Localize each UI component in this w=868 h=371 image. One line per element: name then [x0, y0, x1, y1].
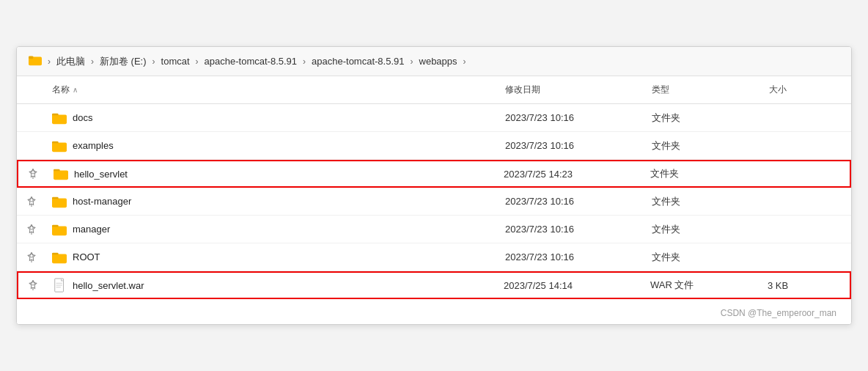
file-name-cell[interactable]: docs	[46, 109, 499, 128]
col-header-date[interactable]: 修改日期	[499, 81, 646, 99]
file-size	[763, 254, 851, 260]
file-name-cell[interactable]: hello_servlet	[48, 164, 498, 183]
file-type: WAR 文件	[644, 276, 762, 295]
table-row[interactable]: hello_servlet.war2023/7/25 14:14WAR 文件3 …	[17, 271, 851, 299]
breadcrumb-folder-icon	[29, 54, 42, 68]
file-name-cell[interactable]: examples	[46, 136, 499, 155]
svg-point-24	[32, 282, 34, 285]
breadcrumb-item-tomcat[interactable]: tomcat	[161, 56, 190, 67]
breadcrumb-item-computer[interactable]: 此电脑	[56, 55, 85, 68]
file-date: 2023/7/23 10:16	[499, 109, 646, 126]
col-name-label: 名称	[52, 84, 70, 96]
breadcrumb-sep-6: ›	[463, 56, 466, 67]
breadcrumb-item-webapps[interactable]: webapps	[419, 56, 457, 67]
watermark: CSDN @The_emperoor_man	[17, 299, 851, 324]
svg-point-20	[30, 253, 33, 257]
breadcrumb-sep-4: ›	[303, 56, 306, 67]
file-type: 文件夹	[644, 164, 762, 183]
breadcrumb-item-drive[interactable]: 新加卷 (E:)	[100, 55, 147, 68]
file-name-cell[interactable]: host-manager	[46, 192, 499, 211]
file-explorer-window: › 此电脑 › 新加卷 (E:) › tomcat › apache-tomca…	[16, 46, 852, 325]
file-date: 2023/7/23 10:16	[499, 193, 646, 210]
file-name-text: host-manager	[73, 196, 131, 207]
col-header-type[interactable]: 类型	[646, 81, 763, 99]
col-type-label: 类型	[652, 84, 669, 96]
svg-point-16	[30, 225, 33, 229]
file-type: 文件夹	[646, 220, 763, 239]
file-type: 文件夹	[646, 109, 763, 128]
file-size	[762, 171, 850, 177]
file-name-cell[interactable]: ROOT	[46, 248, 499, 267]
breadcrumb-bar: › 此电脑 › 新加卷 (E:) › tomcat › apache-tomca…	[17, 47, 851, 76]
file-size	[763, 115, 851, 121]
pin-icon	[17, 224, 46, 235]
file-size	[763, 143, 851, 149]
file-date: 2023/7/23 10:16	[499, 137, 646, 154]
svg-point-8	[32, 170, 34, 174]
file-list: 名称 ∧ 修改日期 类型 大小 docs2023/7/23 10:16文件夹 e…	[17, 76, 851, 299]
col-date-label: 修改日期	[505, 84, 540, 96]
file-date: 2023/7/23 10:16	[499, 249, 646, 265]
col-header-size[interactable]: 大小	[763, 81, 851, 99]
file-name-cell[interactable]: manager	[46, 220, 499, 239]
pin-icon	[18, 280, 48, 290]
file-name-text: ROOT	[73, 251, 100, 262]
file-name-text: examples	[73, 140, 114, 151]
pin-icon	[18, 169, 48, 179]
file-date: 2023/7/25 14:23	[498, 166, 644, 183]
file-date: 2023/7/25 14:14	[498, 277, 644, 294]
table-row[interactable]: manager2023/7/23 10:16文件夹	[17, 216, 851, 243]
file-rows-container: docs2023/7/23 10:16文件夹 examples2023/7/23…	[17, 104, 851, 299]
file-date: 2023/7/23 10:16	[499, 221, 646, 238]
file-type: 文件夹	[646, 136, 763, 155]
table-row[interactable]: docs2023/7/23 10:16文件夹	[17, 104, 851, 132]
file-type: 文件夹	[646, 192, 763, 211]
svg-rect-2	[29, 56, 33, 59]
file-name-text: hello_servlet	[74, 169, 128, 180]
table-row[interactable]: examples2023/7/23 10:16文件夹	[17, 132, 851, 160]
breadcrumb-item-apache1[interactable]: apache-tomcat-8.5.91	[205, 56, 297, 67]
table-row[interactable]: host-manager2023/7/23 10:16文件夹	[17, 188, 851, 216]
breadcrumb-sep-2: ›	[152, 56, 155, 67]
pin-icon	[17, 252, 46, 262]
file-size	[763, 227, 851, 232]
breadcrumb-sep-1: ›	[91, 56, 94, 67]
table-row[interactable]: hello_servlet2023/7/25 14:23文件夹	[17, 160, 851, 188]
breadcrumb-sep-5: ›	[411, 56, 413, 67]
col-size-label: 大小	[769, 84, 787, 96]
file-list-header: 名称 ∧ 修改日期 类型 大小	[17, 76, 851, 104]
table-row[interactable]: ROOT2023/7/23 10:16文件夹	[17, 243, 851, 271]
breadcrumb-item-apache2[interactable]: apache-tomcat-8.5.91	[312, 56, 404, 67]
svg-point-12	[30, 197, 33, 201]
file-name-cell[interactable]: hello_servlet.war	[48, 275, 498, 295]
file-name-text: docs	[73, 112, 92, 123]
pin-icon	[17, 196, 46, 207]
sort-icon-name: ∧	[73, 86, 78, 94]
breadcrumb-sep-3: ›	[196, 56, 199, 67]
file-name-text: manager	[73, 224, 110, 235]
file-name-text: hello_servlet.war	[73, 280, 144, 291]
col-header-name[interactable]: 名称 ∧	[46, 81, 499, 99]
col-header-pin	[17, 81, 46, 99]
file-size	[763, 199, 851, 205]
breadcrumb-sep-0: ›	[48, 56, 51, 67]
file-size: 3 KB	[762, 277, 850, 294]
file-type: 文件夹	[646, 248, 763, 267]
